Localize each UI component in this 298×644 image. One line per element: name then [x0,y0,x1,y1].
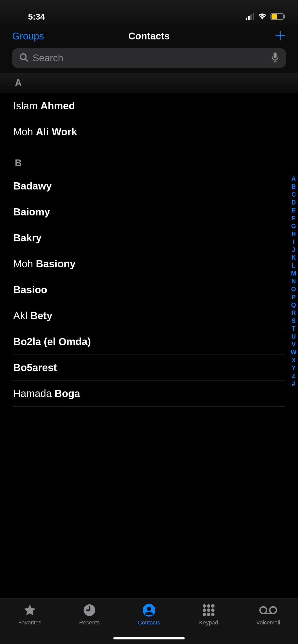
section-index-item[interactable]: A [291,175,296,183]
section-index-item[interactable]: L [292,262,295,269]
status-icons [246,12,285,21]
section-index-item[interactable]: P [292,293,296,301]
tab-voicemail[interactable]: Voicemail [238,603,298,626]
section-index-item[interactable]: O [291,285,296,293]
search-bar[interactable] [12,48,286,68]
microphone-icon[interactable] [272,52,279,64]
svg-point-13 [211,608,214,612]
section-header-b: B [0,145,298,173]
tab-contacts[interactable]: Contacts [119,603,179,626]
contact-last-name: Basiony [36,258,76,269]
contact-first-name: Moh [13,126,36,137]
contact-last-name: Ali Work [36,126,77,137]
section-index[interactable]: ABCDEFGHIJKLMNOPQRSTUVWXYZ# [291,175,296,388]
contact-row[interactable]: Bo5arest [13,355,285,381]
svg-point-7 [147,607,151,611]
contact-last-name: Ahmed [40,100,75,111]
contacts-icon [143,603,155,617]
cellular-signal-icon [246,13,254,20]
svg-point-11 [203,608,206,612]
svg-point-16 [211,613,214,616]
contact-first-name: Islam [13,100,40,111]
svg-point-8 [203,604,206,608]
section-index-item[interactable]: V [292,341,296,348]
svg-point-9 [207,604,210,608]
contact-last-name: Baiomy [13,206,50,217]
section-index-item[interactable]: B [291,183,296,191]
section-index-item[interactable]: C [291,191,296,198]
contact-row[interactable]: Basioo [13,277,285,303]
tab-recents[interactable]: Recents [60,603,119,626]
contact-row[interactable]: Hamada Boga [13,381,285,407]
section-index-item[interactable]: E [292,207,296,214]
svg-point-18 [270,607,276,613]
section-index-item[interactable]: F [292,214,295,222]
contact-row[interactable]: Bakry [13,225,285,251]
tab-keypad[interactable]: Keypad [179,603,238,626]
contact-row[interactable]: Akl Bety [13,303,285,329]
section-index-item[interactable]: U [291,333,296,340]
section-index-item[interactable]: N [291,277,296,285]
tab-label: Recents [79,619,100,626]
section-index-item[interactable]: X [292,356,296,364]
contact-row[interactable]: Islam Ahmed [13,93,285,119]
section-index-item[interactable]: J [292,246,295,254]
status-time: 5:34 [28,12,45,22]
svg-point-17 [260,607,267,613]
contact-first-name: Akl [13,310,30,321]
tab-label: Favorites [18,619,41,626]
groups-button[interactable]: Groups [12,31,103,42]
section-header-a: A [0,73,298,93]
search-container [0,48,298,73]
section-index-item[interactable]: I [293,238,294,246]
status-bar: 5:34 [0,0,298,25]
navigation-bar: Groups Contacts [0,25,298,48]
section-index-item[interactable]: M [291,270,296,277]
contacts-list: AIslam AhmedMoh Ali WorkBBadawyBaiomyBak… [0,73,298,407]
contact-row[interactable]: Moh Ali Work [13,119,285,145]
section-index-item[interactable]: S [292,317,296,325]
section-index-item[interactable]: R [291,309,296,317]
contact-row[interactable]: Bo2la (el Omda) [13,329,285,355]
svg-point-12 [207,608,210,612]
add-contact-button[interactable] [275,30,286,42]
search-icon [19,53,29,63]
section-index-item[interactable]: H [291,230,296,238]
section-index-item[interactable]: Q [291,301,296,309]
tab-label: Voicemail [256,619,280,626]
favorites-icon [23,603,37,617]
page-title: Contacts [103,31,195,42]
search-input[interactable] [33,53,267,64]
svg-point-15 [207,613,210,616]
contact-first-name: Moh [13,258,36,269]
section-index-item[interactable]: Y [292,364,296,372]
contact-row[interactable]: Badawy [13,173,285,199]
section-index-item[interactable]: T [292,325,295,332]
contact-last-name: Bakry [13,232,42,243]
contact-last-name: Bo2la (el Omda) [13,336,91,347]
recents-icon [83,603,96,617]
keypad-icon [202,603,215,617]
svg-point-14 [203,613,206,616]
battery-icon [270,13,285,20]
tab-favorites[interactable]: Favorites [0,603,60,626]
contact-row[interactable]: Baiomy [13,199,285,225]
contact-last-name: Bo5arest [13,362,57,373]
contact-last-name: Basioo [13,284,47,295]
section-index-item[interactable]: # [292,380,295,388]
section-index-item[interactable]: W [291,348,296,356]
wifi-icon [258,12,267,21]
contact-row[interactable]: Moh Basiony [13,251,285,277]
svg-point-2 [20,54,26,60]
svg-rect-4 [274,52,277,58]
contact-last-name: Bety [30,310,52,321]
section-index-item[interactable]: D [291,199,296,206]
section-index-item[interactable]: K [291,254,296,261]
section-index-item[interactable]: G [291,222,296,230]
section-index-item[interactable]: Z [292,372,295,380]
svg-point-10 [211,604,214,608]
contact-last-name: Badawy [13,180,52,192]
home-indicator [113,637,185,639]
voicemail-icon [259,603,277,617]
tab-label: Contacts [138,619,160,626]
